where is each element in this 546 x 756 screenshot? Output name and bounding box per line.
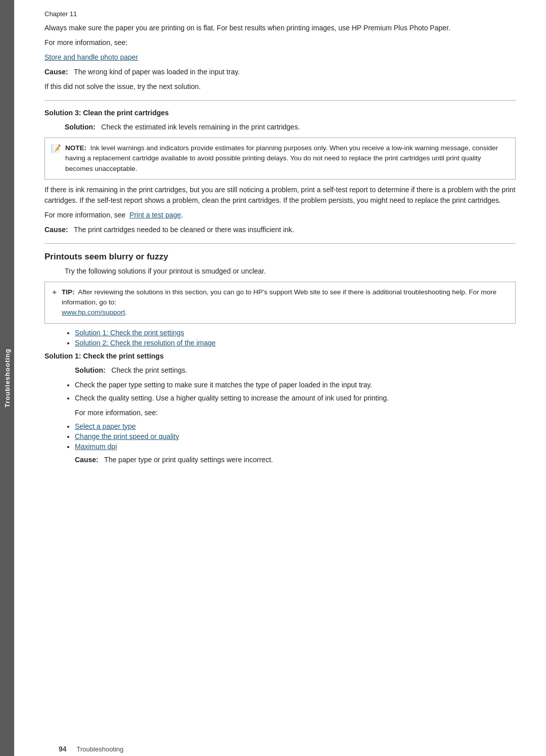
note-label: NOTE: bbox=[65, 144, 86, 152]
solution3-cause-text: The print cartridges needed to be cleane… bbox=[74, 226, 294, 234]
solution1-cause-text: The paper type or print quality settings… bbox=[104, 456, 273, 464]
max-dpi-link[interactable]: Maximum dpi bbox=[75, 442, 117, 451]
footer-page-number: 94 bbox=[59, 745, 67, 753]
solution1-more-info: For more information, see: bbox=[75, 408, 516, 418]
solution1-heading: Solution 1: Check the print settings bbox=[44, 352, 516, 360]
tip-icon: ✦ bbox=[51, 288, 58, 318]
blurry-heading: Printouts seem blurry or fuzzy bbox=[44, 252, 516, 262]
cause-text-top: The wrong kind of paper was loaded in th… bbox=[74, 68, 240, 76]
tip-label: TIP: bbox=[62, 288, 75, 296]
next-solution-text: If this did not solve the issue, try the… bbox=[44, 81, 516, 92]
solution3-heading: Solution 3: Clean the print cartridges bbox=[44, 109, 516, 117]
top-para2: For more information, see: bbox=[44, 37, 516, 48]
solution1-text: Check the print settings. bbox=[111, 366, 187, 374]
blurry-intro: Try the following solutions if your prin… bbox=[65, 266, 516, 277]
blurry-link-list: Solution 1: Check the print settings Sol… bbox=[75, 329, 516, 347]
solution1-bullets: Check the paper type setting to make sur… bbox=[75, 380, 516, 404]
store-handle-link[interactable]: Store and handle photo paper bbox=[44, 53, 138, 61]
divider2 bbox=[44, 243, 516, 244]
cause-label-top: Cause: bbox=[44, 68, 68, 76]
solution1-cause-label: Cause: bbox=[75, 456, 99, 464]
divider1 bbox=[44, 100, 516, 101]
note-text-content: Ink level warnings and indicators provid… bbox=[65, 144, 498, 172]
tip-text-content: After reviewing the solutions in this se… bbox=[62, 288, 496, 306]
solution3-body1: If there is ink remaining in the print c… bbox=[44, 185, 516, 206]
solution1-label: Solution: bbox=[75, 366, 106, 374]
hp-support-link[interactable]: www.hp.com/support bbox=[62, 308, 125, 316]
chapter-label: Chapter 11 bbox=[44, 10, 516, 18]
solution2-link[interactable]: Solution 2: Check the resolution of the … bbox=[75, 339, 216, 347]
bullet1: Check the paper type setting to make sur… bbox=[75, 380, 516, 390]
select-paper-link[interactable]: Select a paper type bbox=[75, 422, 136, 430]
top-para1: Always make sure the paper you are print… bbox=[44, 23, 516, 33]
side-tab: Troubleshooting bbox=[0, 0, 14, 756]
solution3-text: Check the estimated ink levels remaining… bbox=[101, 123, 300, 131]
side-tab-label: Troubleshooting bbox=[4, 348, 11, 408]
print-test-link[interactable]: Print a test page bbox=[129, 211, 181, 219]
bullet2: Check the quality setting. Use a higher … bbox=[75, 393, 516, 404]
footer-section: Troubleshooting bbox=[77, 745, 124, 753]
note-box: 📝 NOTE: Ink level warnings and indicator… bbox=[44, 138, 516, 180]
solution1-link[interactable]: Solution 1: Check the print settings bbox=[75, 329, 184, 337]
solution3-more-info: For more information, see bbox=[44, 211, 125, 219]
note-icon: 📝 bbox=[51, 144, 61, 174]
solution3-label: Solution: bbox=[65, 123, 96, 131]
print-speed-link[interactable]: Change the print speed or quality bbox=[75, 432, 179, 440]
tip-box: ✦ TIP: After reviewing the solutions in … bbox=[44, 282, 516, 324]
solution3-cause-label: Cause: bbox=[44, 226, 68, 234]
footer: 94 Troubleshooting bbox=[28, 742, 546, 756]
solution1-link-list: Select a paper type Change the print spe… bbox=[75, 422, 516, 451]
